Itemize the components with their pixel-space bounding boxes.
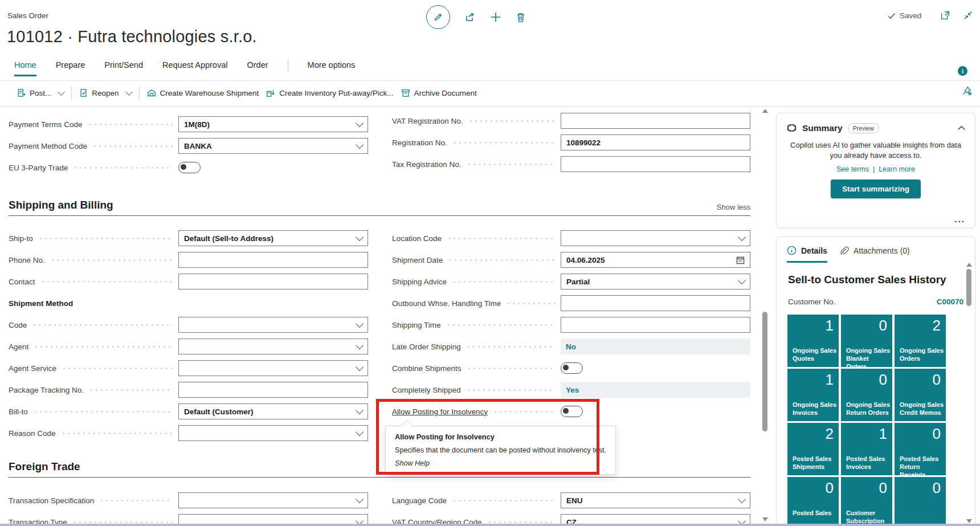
archive-document-button[interactable]: Archive Document	[401, 88, 477, 97]
agent-select[interactable]	[178, 339, 368, 354]
tile-posted-sales-credit-memos[interactable]: 0Posted Sales	[787, 477, 839, 526]
transaction-specification-select[interactable]	[178, 492, 368, 508]
scroll-down-icon[interactable]	[762, 517, 768, 521]
tab-home[interactable]: Home	[14, 60, 36, 76]
learn-more-link[interactable]: Learn more	[879, 165, 915, 173]
share-button[interactable]	[464, 11, 476, 23]
payment-terms-code-select[interactable]: 1M(8D)	[178, 116, 368, 132]
field-row: Late Order Shipping No	[392, 336, 750, 357]
info-icon[interactable]: i	[958, 66, 967, 76]
summary-links: See terms | Learn more	[777, 161, 975, 173]
reason-code-select[interactable]	[178, 425, 368, 441]
tile-ongoing-sales-quotes[interactable]: 1Ongoing Sales Quotes	[787, 315, 839, 367]
create-warehouse-shipment-button[interactable]: Create Warehouse Shipment	[147, 88, 259, 97]
reopen-button[interactable]: Reopen	[79, 88, 119, 97]
dot-leader	[38, 238, 173, 239]
chevron-down-icon	[738, 276, 746, 284]
tab-print-send[interactable]: Print/Send	[104, 60, 143, 75]
create-inventory-putaway-pick-button[interactable]: Create Inventory Put-away/Pick...	[266, 88, 393, 97]
unpin-button[interactable]	[962, 85, 972, 96]
combine-shipments-toggle[interactable]	[561, 362, 583, 374]
tile-posted-sales-return-receipts[interactable]: 0Posted Sales Return Receipts	[895, 423, 946, 475]
see-terms-link[interactable]: See terms	[836, 165, 869, 173]
ship-to-select[interactable]: Default (Sell-to Address)	[178, 230, 368, 246]
tile-ongoing-sales-blanket-orders[interactable]: 0Ongoing Sales Blanket Orders	[841, 315, 892, 367]
general-left-column: Payment Terms Code 1M(8D) Payment Method…	[9, 113, 368, 178]
action-bar: Post... Reopen Create Warehouse Shipment…	[17, 83, 477, 103]
tab-details[interactable]: Details	[787, 246, 827, 263]
delete-button[interactable]	[516, 12, 526, 23]
scrollbar-thumb[interactable]	[966, 269, 971, 306]
tab-attachments[interactable]: Attachments (0)	[840, 246, 910, 263]
allow-posting-for-insolvency-label[interactable]: Allow Posting for Insolvency	[392, 407, 488, 416]
tile-posted-sales-invoices[interactable]: 1Posted Sales Invoices	[841, 423, 892, 475]
dot-leader	[72, 521, 173, 523]
allow-posting-for-insolvency-toggle[interactable]	[561, 406, 583, 417]
customer-no-link[interactable]: C00070	[937, 297, 963, 306]
bill-to-select[interactable]: Default (Customer)	[178, 403, 368, 419]
agent-service-select[interactable]	[178, 360, 368, 376]
outbound-whse-handling-time-input[interactable]	[561, 295, 750, 311]
tab-order[interactable]: Order	[247, 60, 268, 75]
shipping-time-input[interactable]	[561, 317, 750, 333]
eu-3party-trade-toggle[interactable]	[178, 162, 201, 173]
reopen-dropdown-chevron[interactable]	[125, 88, 133, 96]
tab-more-options[interactable]: More options	[308, 60, 356, 75]
post-dropdown-chevron[interactable]	[58, 88, 65, 96]
putaway-pick-icon	[266, 88, 275, 97]
sales-order-page: Sales Order 101012 · Futra technologies …	[0, 0, 980, 526]
dot-leader	[73, 167, 173, 169]
chevron-down-icon	[356, 495, 364, 503]
start-summarizing-button[interactable]: Start summarizing	[831, 180, 921, 198]
show-less-link[interactable]: Show less	[717, 203, 750, 211]
payment-method-code-select[interactable]: BANKA	[178, 138, 368, 154]
tab-request-approval[interactable]: Request Approval	[162, 60, 227, 75]
scroll-up-icon[interactable]	[762, 109, 768, 113]
scroll-up-icon[interactable]	[966, 263, 972, 267]
tile-ongoing-sales-invoices[interactable]: 1Ongoing Sales Invoices	[787, 369, 839, 421]
add-button[interactable]	[490, 11, 501, 23]
open-window-button[interactable]	[940, 10, 950, 21]
scrollbar-thumb[interactable]	[762, 312, 767, 431]
show-help-link[interactable]: Show Help	[395, 459, 606, 467]
general-right-column: VAT Registration No. Registration No. 10…	[392, 110, 750, 175]
location-code-select[interactable]	[561, 230, 750, 246]
main-scrollbar[interactable]	[761, 107, 769, 525]
dot-leader	[50, 259, 173, 261]
tile-customer-subscription[interactable]: 0Customer Subscription	[841, 477, 892, 526]
save-status-text: Saved	[900, 11, 921, 20]
ribbon-tabs: Home Prepare Print/Send Request Approval…	[14, 60, 355, 81]
tax-registration-no-input[interactable]	[561, 156, 750, 172]
collapse-button[interactable]	[963, 10, 973, 21]
summary-more-menu[interactable]: ...	[954, 214, 965, 224]
phone-no-input[interactable]	[178, 252, 368, 268]
tile-ongoing-sales-return-orders[interactable]: 0Ongoing Sales Return Orders	[841, 369, 892, 421]
field-label: Payment Method Code	[9, 142, 87, 150]
dot-leader	[487, 521, 555, 523]
field-row: Reason Code	[9, 422, 368, 444]
language-code-select[interactable]: ENU	[561, 492, 750, 508]
edit-button[interactable]	[426, 5, 450, 29]
tile-extra[interactable]: 0	[895, 477, 946, 526]
shipment-date-input[interactable]: 04.06.2025	[561, 252, 750, 268]
dot-leader	[99, 500, 173, 501]
tile-ongoing-sales-credit-memos[interactable]: 0Ongoing Sales Credit Memos	[895, 369, 946, 421]
calendar-icon[interactable]	[736, 256, 745, 264]
dot-leader	[447, 238, 555, 239]
scroll-down-icon[interactable]	[966, 519, 972, 523]
contact-input[interactable]	[178, 274, 368, 289]
pencil-icon	[433, 12, 443, 22]
post-button[interactable]: Post...	[17, 88, 51, 97]
chevron-up-icon[interactable]	[958, 125, 965, 131]
shipping-advice-select[interactable]: Partial	[561, 274, 750, 289]
registration-no-input[interactable]: 10899022	[561, 134, 750, 150]
shipment-method-code-select[interactable]	[178, 317, 368, 333]
dot-leader	[61, 433, 173, 434]
package-tracking-no-input[interactable]	[178, 382, 368, 398]
vat-registration-no-input[interactable]	[561, 113, 750, 129]
details-scrollbar[interactable]	[965, 261, 973, 526]
tile-posted-sales-shipments[interactable]: 2Posted Sales Shipments	[787, 423, 839, 475]
field-row: EU 3-Party Trade	[9, 157, 368, 178]
tab-prepare[interactable]: Prepare	[56, 60, 85, 75]
tile-ongoing-sales-orders[interactable]: 2Ongoing Sales Orders	[895, 315, 946, 367]
